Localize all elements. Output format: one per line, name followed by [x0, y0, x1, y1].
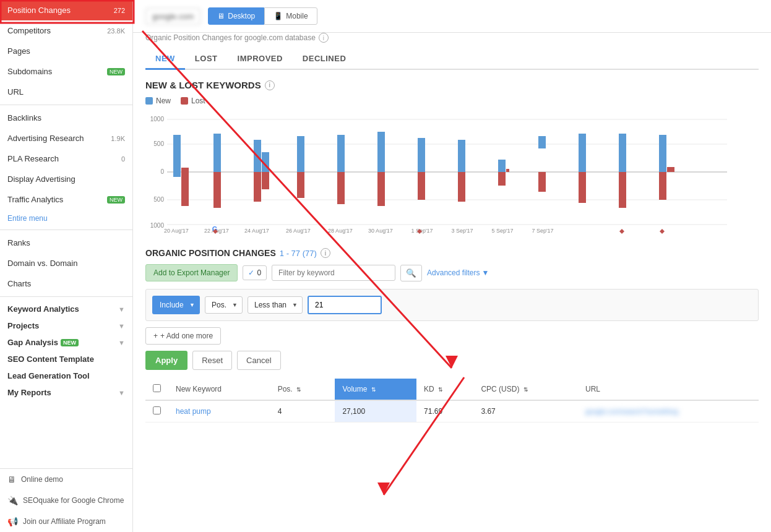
tab-declined[interactable]: DECLINED	[293, 49, 356, 69]
include-select-wrapper: Include	[152, 296, 200, 314]
sidebar-item-traffic-analytics[interactable]: Traffic Analytics NEW	[0, 189, 132, 210]
svg-rect-20	[297, 136, 304, 172]
pos-select[interactable]: Pos.	[205, 296, 243, 314]
sidebar-item-label: Domain vs. Domain	[7, 259, 77, 268]
sidebar-item-pla-research[interactable]: PLA Research 0	[0, 148, 132, 169]
svg-rect-35	[538, 172, 546, 192]
th-keyword-label: New Keyword	[176, 385, 222, 393]
sidebar-group-label: My Reports	[7, 388, 51, 397]
sidebar-item-url[interactable]: URL	[0, 82, 132, 102]
info-icon[interactable]: i	[319, 33, 329, 43]
th-volume[interactable]: Volume ⇅	[335, 379, 416, 400]
sidebar-group-seo-content-template[interactable]: SEO Content Template	[0, 350, 132, 366]
keyword-search-button[interactable]: 🔍	[400, 265, 422, 281]
svg-marker-57	[660, 229, 665, 234]
sidebar-item-position-changes[interactable]: Position Changes 272	[0, 0, 132, 20]
sidebar-group-label: Gap Analysis	[7, 338, 58, 347]
condition-select[interactable]: Less than	[248, 296, 303, 314]
condition-select-wrapper: Less than	[248, 296, 303, 314]
chevron-down-icon: ▼	[481, 268, 489, 277]
row-kd-value: 71.69	[424, 407, 442, 416]
domain-input[interactable]: google.com	[145, 8, 200, 25]
th-url: URL	[578, 379, 759, 400]
sidebar-item-pages[interactable]: Pages	[0, 41, 132, 61]
include-select[interactable]: Include	[152, 296, 200, 314]
main-scrollable: Organic Position Changes for google.com …	[133, 33, 771, 532]
export-button[interactable]: Add to Export Manager	[145, 264, 238, 281]
new-badge: NEW	[107, 196, 125, 204]
sidebar-group-label: SEO Content Template	[7, 354, 94, 364]
svg-rect-36	[579, 134, 586, 172]
sidebar-group-lead-generation[interactable]: Lead Generation Tool	[0, 366, 132, 383]
svg-rect-32	[506, 169, 509, 172]
mobile-icon: 📱	[274, 12, 283, 20]
organic-range: 1 - 77 (77)	[280, 249, 317, 258]
sidebar-entire-menu[interactable]: Entire menu	[0, 210, 132, 227]
svg-rect-21	[297, 172, 304, 198]
sidebar-bottom-label: SEOquake for Google Chrome	[23, 496, 124, 505]
row-keyword-cell: heat pump	[168, 400, 270, 423]
sidebar-group-my-reports[interactable]: My Reports ▼	[0, 383, 132, 400]
online-demo-item[interactable]: 🖥 Online demo	[0, 469, 132, 490]
svg-rect-16	[254, 140, 261, 172]
th-kd[interactable]: KD ⇅	[416, 379, 473, 400]
sidebar-group-projects[interactable]: Projects ▼	[0, 316, 132, 333]
reset-button[interactable]: Reset	[192, 351, 232, 370]
sidebar-item-ranks[interactable]: Ranks	[0, 233, 132, 253]
svg-rect-27	[418, 172, 425, 200]
th-pos-label: Pos.	[278, 385, 293, 393]
row-kd-cell: 71.69	[416, 400, 473, 423]
row-url-value: google.com/search?something	[585, 408, 678, 415]
tab-mobile[interactable]: 📱 Mobile	[264, 7, 317, 25]
adv-filter-label: Advanced filters	[427, 268, 480, 277]
sidebar-item-advertising-research[interactable]: Advertising Research 1.9K	[0, 128, 132, 148]
tab-lost[interactable]: LOST	[185, 49, 228, 69]
sort-icon: ⇅	[371, 387, 376, 393]
th-cpc[interactable]: CPC (USD) ⇅	[473, 379, 578, 400]
table-header-row: New Keyword Pos. ⇅ Volume ⇅ KD ⇅	[145, 379, 759, 400]
svg-rect-14	[213, 134, 221, 172]
mobile-tab-label: Mobile	[286, 12, 308, 20]
apply-button[interactable]: Apply	[145, 351, 187, 370]
select-all-checkbox[interactable]	[153, 384, 161, 392]
svg-rect-39	[619, 172, 626, 208]
svg-rect-41	[659, 172, 666, 200]
chevron-down-icon: ▼	[118, 322, 125, 330]
main-header: google.com 🖥 Desktop 📱 Mobile	[133, 0, 771, 33]
keyword-link[interactable]: heat pump	[176, 407, 211, 416]
sidebar-group-keyword-analytics[interactable]: Keyword Analytics ▼	[0, 299, 132, 316]
add-more-row: + + Add one more	[145, 327, 759, 345]
tab-improved[interactable]: IMPROVED	[228, 49, 293, 69]
th-keyword: New Keyword	[168, 379, 270, 400]
tab-desktop[interactable]: 🖥 Desktop	[208, 7, 264, 25]
sidebar-item-competitors[interactable]: Competitors 23.8K	[0, 20, 132, 41]
svg-rect-18	[262, 152, 269, 172]
sidebar-item-badge: 0	[121, 155, 125, 163]
add-more-button[interactable]: + + Add one more	[145, 327, 221, 345]
sidebar-item-subdomains[interactable]: Subdomains NEW	[0, 61, 132, 82]
bar-chart: 1000 500 0 500 1000	[145, 110, 759, 236]
export-count: 0	[257, 268, 261, 277]
cancel-button[interactable]: Cancel	[237, 351, 280, 370]
row-checkbox[interactable]	[153, 406, 161, 414]
arrow-overlay	[133, 33, 771, 532]
sidebar-item-domain-vs-domain[interactable]: Domain vs. Domain	[0, 253, 132, 273]
tab-new[interactable]: NEW	[145, 49, 185, 70]
organic-info-icon[interactable]: i	[321, 248, 330, 258]
seoquake-item[interactable]: 🔌 SEOquake for Google Chrome	[0, 490, 132, 511]
th-pos[interactable]: Pos. ⇅	[270, 379, 335, 400]
chart-info-icon[interactable]: i	[265, 80, 275, 90]
advanced-filters-button[interactable]: Advanced filters ▼	[427, 268, 489, 277]
sidebar-bottom: 🖥 Online demo 🔌 SEOquake for Google Chro…	[0, 468, 132, 532]
sidebar-item-display-advertising[interactable]: Display Advertising	[0, 169, 132, 189]
filter-value-input[interactable]	[308, 296, 382, 314]
chart-legend: New Lost	[145, 97, 759, 105]
sidebar-group-label: Keyword Analytics	[7, 304, 79, 314]
sidebar-group-gap-analysis[interactable]: Gap Analysis NEW ▼	[0, 333, 132, 350]
affiliate-item[interactable]: 📢 Join our Affiliate Program	[0, 511, 132, 532]
organic-title: ORGANIC POSITION CHANGES 1 - 77 (77) i	[145, 248, 759, 258]
keyword-filter-input[interactable]	[272, 265, 395, 281]
sidebar-item-backlinks[interactable]: Backlinks	[0, 108, 132, 128]
sidebar-item-charts[interactable]: Charts	[0, 273, 132, 294]
keyword-tabs: NEW LOST IMPROVED DECLINED	[145, 49, 759, 70]
